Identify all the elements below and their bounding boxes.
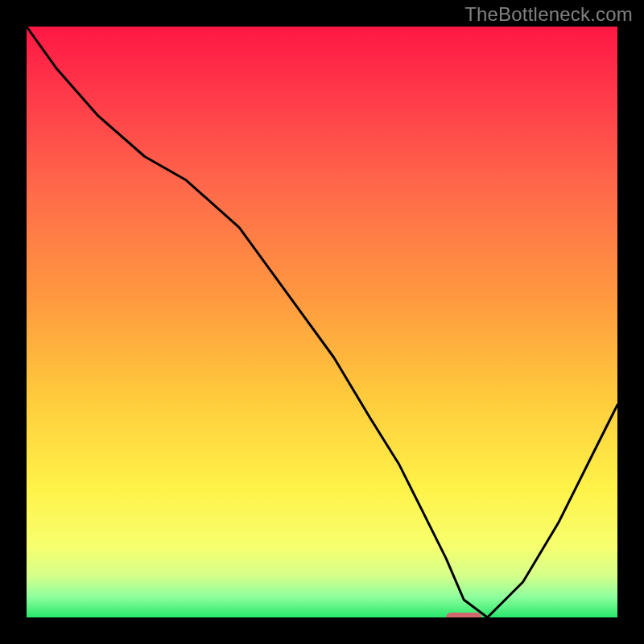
watermark-text: TheBottleneck.com bbox=[464, 3, 633, 26]
gradient-background bbox=[27, 27, 617, 617]
border-left bbox=[0, 0, 27, 644]
bottleneck-chart bbox=[0, 0, 644, 644]
border-bottom bbox=[0, 617, 644, 644]
border-right bbox=[617, 0, 644, 644]
chart-frame: TheBottleneck.com bbox=[0, 0, 644, 644]
